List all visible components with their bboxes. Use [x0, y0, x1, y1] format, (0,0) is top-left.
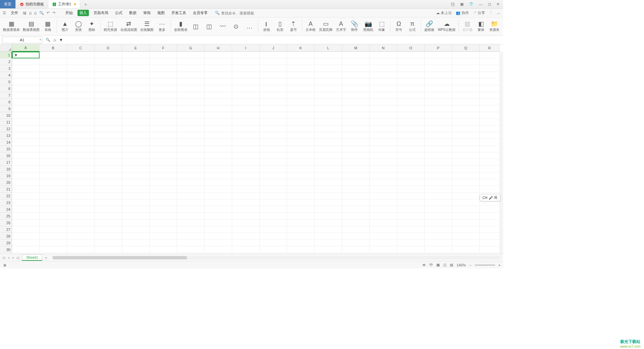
cell-K17[interactable]: [287, 159, 315, 166]
cell-J20[interactable]: [260, 179, 287, 186]
col-header-R[interactable]: R: [480, 44, 500, 52]
cell-E1[interactable]: [122, 52, 150, 58]
cell-L12[interactable]: [315, 126, 342, 132]
cell-M24[interactable]: [342, 206, 370, 213]
cell-L22[interactable]: [315, 193, 342, 199]
cell-P6[interactable]: [425, 85, 452, 92]
cell-G27[interactable]: [177, 226, 205, 233]
cell-N8[interactable]: [370, 99, 397, 105]
cell-F18[interactable]: [150, 166, 177, 172]
cell-M28[interactable]: [342, 233, 370, 240]
cell-M16[interactable]: [342, 152, 370, 159]
cell-P28[interactable]: [425, 233, 452, 240]
cell-D28[interactable]: [95, 233, 122, 240]
cell-K27[interactable]: [287, 226, 315, 233]
cell-E19[interactable]: [122, 172, 150, 179]
cell-P8[interactable]: [425, 99, 452, 105]
cell-L30[interactable]: [315, 246, 342, 253]
cell-P1[interactable]: [425, 52, 452, 58]
cell-B3[interactable]: [40, 65, 67, 72]
chevron-down-icon[interactable]: ▾: [40, 38, 41, 41]
cell-N4[interactable]: [370, 72, 397, 79]
cell-B16[interactable]: [40, 152, 67, 159]
ribbon-形状[interactable]: ◯形状: [72, 20, 85, 33]
cell-B5[interactable]: [40, 79, 67, 85]
row-header-1[interactable]: 1: [0, 52, 12, 58]
cell-D21[interactable]: [95, 186, 122, 193]
cell-Q24[interactable]: [452, 206, 480, 213]
cell-F21[interactable]: [150, 186, 177, 193]
sheet-next-icon[interactable]: >: [12, 256, 14, 260]
name-box[interactable]: A1 ▾: [2, 37, 42, 43]
zoom-out-button[interactable]: −: [469, 263, 471, 267]
cell-N1[interactable]: [370, 52, 397, 58]
cell-L24[interactable]: [315, 206, 342, 213]
cell-L11[interactable]: [315, 119, 342, 126]
cell-R13[interactable]: [480, 132, 500, 139]
cell-L2[interactable]: [315, 58, 342, 65]
cell-J27[interactable]: [260, 226, 287, 233]
cell-K3[interactable]: [287, 65, 315, 72]
cell-J6[interactable]: [260, 85, 287, 92]
search-input[interactable]: [221, 11, 261, 15]
cell-N7[interactable]: [370, 92, 397, 99]
cell-E10[interactable]: [122, 112, 150, 119]
ribbon-盈亏[interactable]: ⇡盈亏: [287, 20, 300, 33]
cell-F16[interactable]: [150, 152, 177, 159]
cell-H28[interactable]: [205, 233, 232, 240]
cell-O21[interactable]: [397, 186, 425, 193]
cell-L29[interactable]: [315, 240, 342, 246]
row-header-10[interactable]: 10: [0, 112, 12, 119]
cell-G2[interactable]: [177, 58, 205, 65]
row-header-3[interactable]: 3: [0, 65, 12, 72]
cell-H13[interactable]: [205, 132, 232, 139]
cell-E29[interactable]: [122, 240, 150, 246]
cell-Q1[interactable]: [452, 52, 480, 58]
cell-R16[interactable]: [480, 152, 500, 159]
cell-H21[interactable]: [205, 186, 232, 193]
cell-D29[interactable]: [95, 240, 122, 246]
cell-C9[interactable]: [67, 105, 95, 112]
cell-A11[interactable]: [12, 119, 40, 126]
ribbon-折线[interactable]: ⫿折线: [260, 20, 273, 33]
fx-label[interactable]: fx: [54, 38, 56, 42]
cell-O2[interactable]: [397, 58, 425, 65]
cell-Q20[interactable]: [452, 179, 480, 186]
cell-H11[interactable]: [205, 119, 232, 126]
ribbon-数据透视表[interactable]: ▦数据透视表: [2, 20, 21, 33]
cell-P16[interactable]: [425, 152, 452, 159]
cell-A21[interactable]: [12, 186, 40, 193]
cell-R2[interactable]: [480, 58, 500, 65]
cell-M17[interactable]: [342, 159, 370, 166]
formula-value[interactable]: ▼: [59, 38, 63, 42]
cell-I17[interactable]: [232, 159, 260, 166]
cell-J25[interactable]: [260, 213, 287, 219]
cell-Q3[interactable]: [452, 65, 480, 72]
cell-K24[interactable]: [287, 206, 315, 213]
cell-A28[interactable]: [12, 233, 40, 240]
cell-H8[interactable]: [205, 99, 232, 105]
cell-O19[interactable]: [397, 172, 425, 179]
preview-icon[interactable]: 🔍: [39, 11, 44, 15]
cell-R26[interactable]: [480, 219, 500, 226]
col-header-Q[interactable]: Q: [452, 44, 480, 52]
cell-C7[interactable]: [67, 92, 95, 99]
cell-L25[interactable]: [315, 213, 342, 219]
cell-I6[interactable]: [232, 85, 260, 92]
cell-J22[interactable]: [260, 193, 287, 199]
col-header-E[interactable]: E: [122, 44, 150, 52]
cell-I22[interactable]: [232, 193, 260, 199]
minimize-button[interactable]: —: [478, 2, 484, 6]
zoom-slider[interactable]: [475, 264, 495, 266]
cell-O13[interactable]: [397, 132, 425, 139]
cell-J26[interactable]: [260, 219, 287, 226]
cell-D7[interactable]: [95, 92, 122, 99]
cell-E5[interactable]: [122, 79, 150, 85]
cell-N25[interactable]: [370, 213, 397, 219]
cell-E30[interactable]: [122, 246, 150, 253]
cell-Q5[interactable]: [452, 79, 480, 85]
cell-D27[interactable]: [95, 226, 122, 233]
cell-F9[interactable]: [150, 105, 177, 112]
cell-H24[interactable]: [205, 206, 232, 213]
cell-F11[interactable]: [150, 119, 177, 126]
